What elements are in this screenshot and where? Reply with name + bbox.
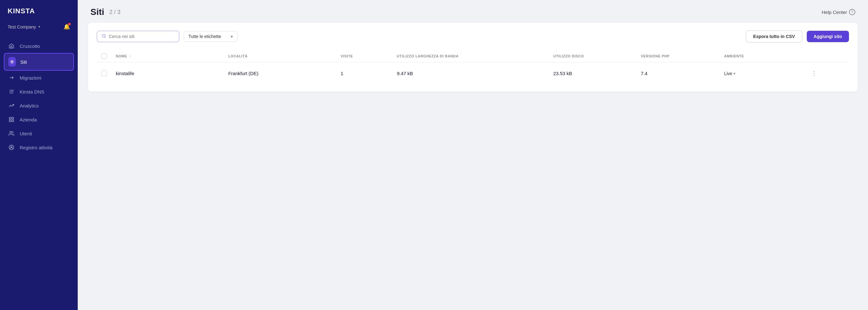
- col-nome-label: NOME: [116, 54, 127, 58]
- company-name: Test Company: [8, 25, 36, 30]
- page-count: 2 / 3: [110, 9, 121, 15]
- row-ambiente: Live ▾: [719, 63, 804, 84]
- svg-point-1: [13, 90, 13, 91]
- row-checkbox-cell: [97, 63, 111, 84]
- svg-point-9: [102, 35, 105, 37]
- sidebar-item-utenti[interactable]: Utenti: [0, 127, 78, 140]
- sidebar-item-kinsta-dns[interactable]: Kinsta DNS: [0, 84, 78, 99]
- help-center-label: Help Center: [822, 9, 847, 15]
- sidebar-nav: Cruscotto Siti Migrazioni Kinsta DNS: [0, 36, 78, 310]
- row-checkbox[interactable]: [101, 70, 107, 76]
- migrations-icon: [8, 75, 15, 80]
- env-label: Live: [724, 71, 732, 76]
- sidebar-item-label: Siti: [20, 59, 27, 65]
- col-localita: LOCALITÀ: [224, 50, 336, 63]
- table-row: kinstalife Frankfurt (DE) 1 9.47 kB 23.5…: [97, 63, 849, 84]
- row-utilizzo-banda: 9.47 kB: [393, 63, 549, 84]
- svg-rect-2: [9, 117, 11, 119]
- sidebar-item-label: Kinsta DNS: [20, 89, 44, 95]
- svg-point-6: [10, 131, 12, 133]
- sidebar-logo-area: KINSTA: [0, 0, 78, 21]
- row-localita: Frankfurt (DE): [224, 63, 336, 84]
- select-all-checkbox[interactable]: [101, 53, 107, 59]
- sidebar-item-azienda[interactable]: Azienda: [0, 112, 78, 127]
- help-icon: ?: [849, 9, 855, 15]
- sidebar-item-label: Cruscotto: [20, 43, 40, 49]
- row-visite: 1: [336, 63, 393, 84]
- logo: KINSTA: [8, 7, 35, 15]
- sidebar: KINSTA Test Company ▾ 🔔 Cruscotto Siti: [0, 0, 78, 310]
- search-icon: [101, 34, 106, 39]
- dropdown-chevron-icon: ▾: [230, 34, 233, 39]
- tag-filter-label: Tutte le etichette: [188, 34, 221, 39]
- row-utilizzo-disco: 23.53 kB: [549, 63, 637, 84]
- svg-point-8: [11, 146, 12, 148]
- sidebar-item-label: Analytics: [20, 103, 39, 108]
- notifications-bell[interactable]: 🔔: [63, 24, 70, 30]
- svg-rect-3: [12, 117, 13, 119]
- company-chevron-icon: ▾: [38, 25, 40, 29]
- notification-dot: [68, 23, 71, 25]
- sites-table: NOME ↑ LOCALITÀ VISITE UTILIZZO LARGHEZZ…: [97, 50, 849, 84]
- company-icon: [8, 117, 15, 123]
- tag-filter-dropdown[interactable]: Tutte le etichette ▾: [184, 31, 238, 42]
- col-nome[interactable]: NOME ↑: [111, 50, 224, 63]
- sidebar-item-label: Azienda: [20, 117, 37, 123]
- main-content: Siti 2 / 3 Help Center ? Tutte le etiche…: [78, 0, 868, 310]
- col-actions: [804, 50, 849, 63]
- analytics-icon: [8, 103, 15, 108]
- col-ambiente: AMBIENTE: [719, 50, 804, 63]
- sites-icon: [8, 57, 16, 67]
- row-more-button[interactable]: ⋮: [808, 68, 820, 78]
- svg-rect-4: [9, 120, 11, 122]
- col-utilizzo-banda: UTILIZZO LARGHEZZA DI BANDA: [393, 50, 549, 63]
- export-csv-button[interactable]: Espora tutto in CSV: [746, 30, 802, 42]
- users-icon: [8, 131, 15, 136]
- sidebar-item-label: Migrazioni: [20, 75, 41, 80]
- dns-icon: [8, 89, 15, 95]
- row-nome[interactable]: kinstalife: [111, 63, 224, 84]
- table-body: kinstalife Frankfurt (DE) 1 9.47 kB 23.5…: [97, 63, 849, 84]
- page-title: Siti: [90, 7, 104, 17]
- toolbar: Tutte le etichette ▾ Espora tutto in CSV…: [97, 30, 849, 42]
- sidebar-item-label: Utenti: [20, 131, 32, 136]
- col-versione-php: VERSIONE PHP: [637, 50, 719, 63]
- company-selector[interactable]: Test Company ▾ 🔔: [0, 21, 78, 36]
- sidebar-item-cruscotto[interactable]: Cruscotto: [0, 39, 78, 53]
- environment-badge[interactable]: Live ▾: [724, 71, 735, 76]
- home-icon: [8, 43, 15, 49]
- table-header: NOME ↑ LOCALITÀ VISITE UTILIZZO LARGHEZZ…: [97, 50, 849, 63]
- page-header: Siti 2 / 3 Help Center ?: [78, 0, 868, 23]
- help-center-link[interactable]: Help Center ?: [822, 9, 855, 15]
- sidebar-item-label: Registro attività: [20, 145, 52, 150]
- sidebar-item-siti[interactable]: Siti: [4, 53, 74, 71]
- search-input[interactable]: [109, 34, 175, 39]
- sidebar-item-analytics[interactable]: Analytics: [0, 99, 78, 112]
- sites-card: Tutte le etichette ▾ Espora tutto in CSV…: [88, 23, 858, 92]
- activity-log-icon: [8, 144, 15, 150]
- col-utilizzo-disco: UTILIZZO DISCO: [549, 50, 637, 63]
- sort-icon: ↑: [129, 54, 131, 58]
- sidebar-item-migrazioni[interactable]: Migrazioni: [0, 71, 78, 84]
- svg-rect-5: [12, 120, 13, 122]
- select-all-col: [97, 50, 111, 63]
- add-site-button[interactable]: Aggiungi sito: [807, 31, 849, 42]
- search-box[interactable]: [97, 31, 179, 42]
- col-visite: VISITE: [336, 50, 393, 63]
- row-actions: ⋮: [804, 63, 849, 84]
- sidebar-item-registro-attivita[interactable]: Registro attività: [0, 140, 78, 154]
- row-versione-php: 7.4: [637, 63, 719, 84]
- env-chevron-icon: ▾: [734, 71, 735, 76]
- page-title-group: Siti 2 / 3: [90, 7, 121, 17]
